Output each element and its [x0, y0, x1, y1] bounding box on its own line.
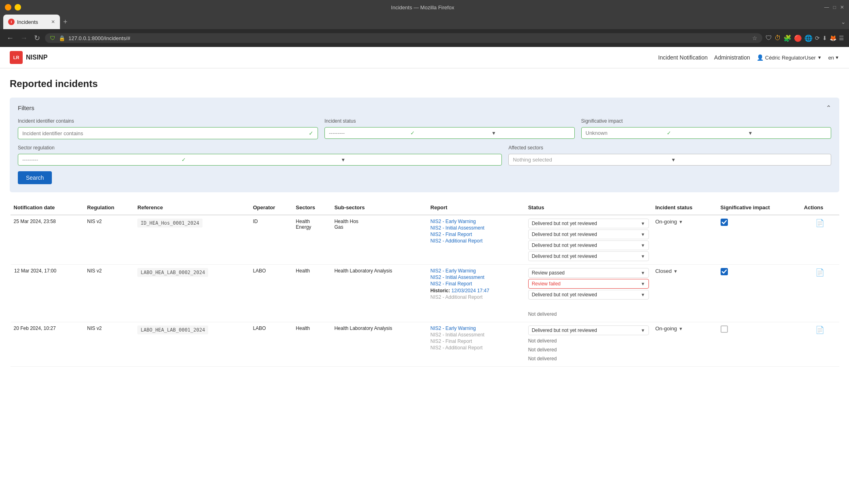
report-link-2-4: NIS2 - Additional Report — [431, 294, 522, 300]
col-notification-date: Notification date — [11, 200, 84, 215]
extension2-icon[interactable]: 🦊 — [830, 35, 836, 41]
search-btn-row: Search — [18, 171, 831, 184]
incident-status-val-2: Closed — [655, 268, 672, 274]
status-dropdown-1-1[interactable]: Delivered but not yet reviewed ▼ — [528, 219, 649, 228]
report-link-3-1[interactable]: NIS2 - Early Warning — [431, 325, 522, 331]
pdf-icon-3[interactable]: 📄 — [815, 326, 824, 334]
filters-toggle-btn[interactable]: ⌃ — [826, 104, 831, 112]
pdf-icon-2[interactable]: 📄 — [815, 268, 824, 276]
report-link-1-4[interactable]: NIS2 - Additional Report — [431, 238, 522, 244]
menu-icon[interactable]: ☰ — [839, 35, 844, 41]
lang-selector[interactable]: en ▼ — [828, 55, 839, 61]
back-btn[interactable]: ← — [5, 32, 15, 44]
status-dropdown-1-3[interactable]: Delivered but not yet reviewed ▼ — [528, 240, 649, 250]
incident-status-select-1[interactable]: On-going ▼ — [655, 219, 714, 225]
status-chevron-1-1: ▼ — [641, 221, 645, 226]
cell-incident-status-3: On-going ▼ — [652, 322, 717, 367]
cell-date-2: 12 Mar 2024, 17:00 — [11, 265, 84, 322]
status-dropdown-3-1[interactable]: Delivered but not yet reviewed ▼ — [528, 325, 649, 335]
security-icon: 🛡 — [50, 35, 55, 41]
report-link-1-1[interactable]: NIS2 - Early Warning — [431, 219, 522, 224]
cell-sectors-2: Health — [292, 265, 331, 322]
report-link-1-3[interactable]: NIS2 - Final Report — [431, 232, 522, 237]
incident-identifier-input[interactable] — [22, 130, 306, 136]
cell-impact-2 — [717, 265, 801, 322]
forward-btn[interactable]: → — [19, 32, 29, 44]
status-chevron-2-2: ▼ — [641, 281, 645, 286]
filters-row-1: Incident identifier contains ✓ Incident … — [18, 118, 831, 139]
cell-date-3: 20 Feb 2024, 10:27 — [11, 322, 84, 367]
sector-chevron: ▼ — [341, 157, 497, 163]
adblocker-icon[interactable]: 🔴 — [794, 34, 802, 42]
impact-chevron: ▼ — [748, 130, 827, 136]
nav-administration[interactable]: Administration — [714, 54, 750, 61]
report-link-2-1[interactable]: NIS2 - Early Warning — [431, 268, 522, 274]
status-chevron: ▼ — [491, 130, 570, 136]
cell-operator-3: LABO — [250, 322, 292, 367]
cell-actions-2: 📄 — [801, 265, 839, 322]
historic-link[interactable]: 12/03/2024 17:47 — [452, 288, 489, 293]
active-tab[interactable]: I Incidents ✕ — [3, 15, 60, 29]
status-dropdown-2-3[interactable]: Delivered but not yet reviewed ▼ — [528, 290, 649, 300]
col-significative-impact: Significative impact — [717, 200, 801, 215]
affected-sectors-multiselect[interactable]: Nothing selected ▼ — [508, 154, 831, 166]
incident-status-select-3[interactable]: On-going ▼ — [655, 325, 714, 332]
impact-check-icon: ✓ — [667, 130, 746, 136]
cell-reports-1: NIS2 - Early Warning NIS2 - Initial Asse… — [427, 215, 525, 265]
sector-regulation-select[interactable]: --------- ✓ ▼ — [18, 154, 502, 166]
tab-close-btn[interactable]: ✕ — [51, 19, 55, 25]
status-dropdown-1-4[interactable]: Delivered but not yet reviewed ▼ — [528, 251, 649, 261]
browser-logo2 — [15, 4, 21, 11]
incident-status-select-2[interactable]: Closed ▼ — [655, 268, 714, 274]
tab-list-btn[interactable]: ⌄ — [841, 15, 846, 29]
incident-status-select[interactable]: --------- ✓ ▼ — [324, 127, 575, 139]
significative-impact-select[interactable]: Unknown ✓ ▼ — [581, 127, 832, 139]
significative-impact-value: Unknown — [586, 130, 665, 136]
status-dropdown-2-1[interactable]: Review passed ▼ — [528, 268, 649, 278]
impact-checkbox-1[interactable] — [721, 219, 728, 226]
historic-label: Historic: — [431, 288, 452, 293]
incident-status-val-1: On-going — [655, 219, 677, 225]
cell-incident-status-2: Closed ▼ — [652, 265, 717, 322]
status-text-1-3: Delivered but not yet reviewed — [532, 242, 597, 248]
browser-tabbar: I Incidents ✕ + ⌄ — [0, 15, 849, 29]
pdf-icon-1[interactable]: 📄 — [815, 219, 824, 227]
col-actions: Actions — [801, 200, 839, 215]
impact-checkbox-3[interactable] — [721, 325, 728, 333]
url-bar[interactable]: 🛡 🔒 127.0.0.1:8000/incidents/# ☆ — [45, 33, 762, 43]
cell-actions-3: 📄 — [801, 322, 839, 367]
significative-impact-label: Significative impact — [581, 118, 832, 124]
status-text-1-1: Delivered but not yet reviewed — [532, 221, 597, 226]
new-tab-btn[interactable]: + — [60, 15, 71, 29]
bookmark-icon[interactable]: ☆ — [752, 35, 757, 41]
user-icon: 👤 — [757, 54, 764, 61]
user-menu[interactable]: 👤 Cédric RegulatorUser ▼ — [757, 54, 822, 61]
minimize-btn[interactable]: — — [824, 4, 829, 10]
impact-checkbox-2[interactable] — [721, 268, 728, 275]
sector-check-icon: ✓ — [181, 157, 338, 163]
report-link-1-2[interactable]: NIS2 - Initial Assessment — [431, 225, 522, 231]
lang-chevron: ▼ — [835, 55, 839, 60]
report-link-2-2[interactable]: NIS2 - Initial Assessment — [431, 274, 522, 280]
report-link-2-3[interactable]: NIS2 - Final Report — [431, 281, 522, 287]
status-not-delivered-2: Not delivered — [528, 310, 649, 319]
reload-btn[interactable]: ↻ — [32, 32, 42, 44]
nav-incident-notification[interactable]: Incident Notification — [658, 54, 708, 61]
incident-status-group: Incident status --------- ✓ ▼ — [324, 118, 575, 139]
sync-icon[interactable]: ⟳ — [815, 35, 820, 41]
search-button[interactable]: Search — [18, 171, 52, 184]
maximize-btn[interactable]: □ — [833, 4, 836, 10]
download-icon[interactable]: ⬇ — [822, 35, 827, 41]
shield2-icon[interactable]: 🛡 — [766, 34, 772, 42]
app-content: Reported incidents Filters ⌃ Incident id… — [0, 68, 849, 376]
status-dropdown-1-2[interactable]: Delivered but not yet reviewed ▼ — [528, 230, 649, 239]
cell-reference-2: LABO_HEA_LAB_0002_2024 — [134, 265, 250, 322]
extensions-icon[interactable]: 🧩 — [783, 34, 791, 42]
affected-sectors-label: Affected sectors — [508, 145, 831, 151]
close-btn[interactable]: ✕ — [840, 4, 844, 10]
history-icon[interactable]: ⏱ — [774, 34, 781, 42]
col-report: Report — [427, 200, 525, 215]
translate-icon[interactable]: 🌐 — [804, 34, 813, 42]
url-text[interactable]: 127.0.0.1:8000/incidents/# — [68, 35, 749, 41]
status-dropdown-2-2[interactable]: Review failed ▼ — [528, 279, 649, 289]
